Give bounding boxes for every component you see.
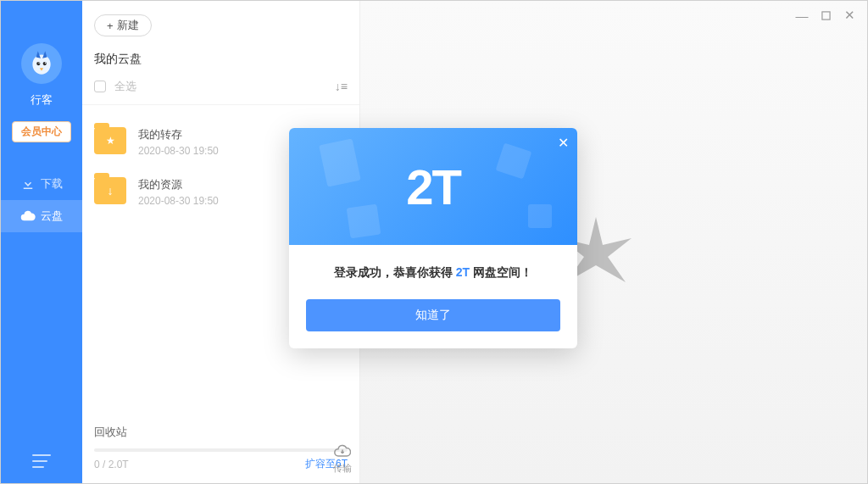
svg-rect-6 (821, 11, 829, 19)
sort-icon[interactable]: ↓≡ (335, 80, 348, 93)
menu-button[interactable] (32, 454, 51, 468)
panel-title: 我的云盘 (94, 52, 348, 67)
file-name: 我的资源 (138, 177, 219, 192)
transfer-label: 传输 (333, 462, 352, 475)
list-header: 全选 ↓≡ (82, 75, 359, 105)
new-button[interactable]: + 新建 (94, 14, 152, 36)
modal-ok-button[interactable]: 知道了 (306, 299, 560, 331)
sidebar: 行客 会员中心 下载 云盘 (1, 1, 82, 483)
transfer-icon (334, 443, 351, 460)
svg-point-4 (45, 63, 46, 64)
folder-icon (94, 127, 126, 154)
download-icon (20, 176, 36, 192)
username: 行客 (31, 92, 53, 108)
folder-icon (94, 177, 126, 204)
modal-close-button[interactable]: ✕ (558, 135, 569, 151)
banner-text: 2T (406, 159, 460, 215)
nav-download-label: 下载 (41, 176, 63, 192)
cloud-icon (20, 209, 36, 224)
window-controls: ― ✕ (796, 9, 855, 21)
bird-icon (27, 49, 56, 78)
plus-icon: + (107, 19, 114, 32)
recycle-bin-link[interactable]: 回收站 (94, 425, 348, 448)
transfer-button[interactable]: 传输 (333, 443, 352, 475)
modal-message: 登录成功，恭喜你获得 2T 网盘空间！ (306, 265, 560, 281)
new-button-label: 新建 (117, 18, 139, 33)
svg-point-1 (36, 62, 40, 65)
close-button[interactable]: ✕ (843, 9, 855, 21)
select-all-checkbox[interactable] (94, 81, 106, 92)
login-success-modal: 2T ✕ 登录成功，恭喜你获得 2T 网盘空间！ 知道了 (289, 128, 577, 348)
modal-banner: 2T ✕ (289, 128, 577, 245)
svg-point-2 (43, 62, 47, 65)
maximize-button[interactable] (820, 9, 832, 21)
panel-footer: 回收站 0 / 2.0T 扩容至6T (82, 416, 359, 483)
nav-cloud[interactable]: 云盘 (1, 200, 82, 232)
nav-download[interactable]: 下载 (1, 168, 82, 200)
storage-bar (94, 448, 348, 452)
file-name: 我的转存 (138, 127, 219, 142)
select-all-label: 全选 (114, 79, 136, 94)
storage-text: 0 / 2.0T (94, 459, 129, 470)
vip-badge[interactable]: 会员中心 (12, 121, 71, 142)
nav-cloud-label: 云盘 (41, 209, 63, 224)
minimize-button[interactable]: ― (796, 9, 808, 21)
file-time: 2020-08-30 19:50 (138, 195, 219, 207)
svg-point-0 (32, 54, 50, 74)
modal-body: 登录成功，恭喜你获得 2T 网盘空间！ 知道了 (289, 245, 577, 348)
file-time: 2020-08-30 19:50 (138, 145, 219, 157)
svg-point-3 (38, 63, 39, 64)
avatar[interactable] (21, 43, 62, 84)
